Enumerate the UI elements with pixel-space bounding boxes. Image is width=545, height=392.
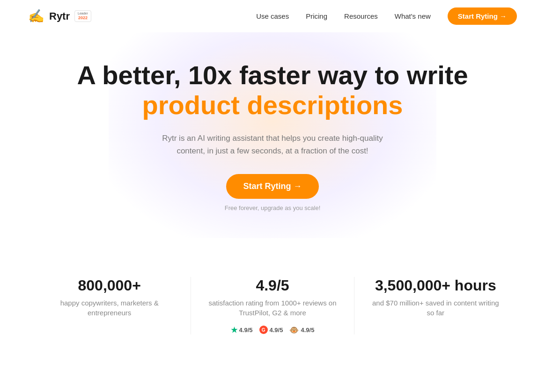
stat-label-users: happy copywriters, marketers & entrepren… (42, 298, 177, 318)
hero-subtitle: Rytr is an AI writing assistant that hel… (151, 132, 394, 157)
logo: ✍️ Rytr Leader 2022 (28, 8, 91, 24)
logo-text: Rytr (49, 10, 70, 22)
star-icon: ★ (231, 326, 237, 334)
nav-link-use-cases[interactable]: Use cases (256, 12, 289, 20)
g2-icon: G (259, 326, 268, 334)
nav-link-resources[interactable]: Resources (344, 12, 378, 20)
nav-item-whats-new[interactable]: What's new (395, 12, 431, 21)
leader-badge: Leader 2022 (74, 10, 91, 22)
logo-icon: ✍️ (28, 8, 44, 24)
nav-item-cta[interactable]: Start Ryting → (448, 7, 517, 25)
g2-value: 4.9/5 (270, 327, 283, 334)
badge-bottom-label: 2022 (78, 15, 88, 21)
hero-cta-button[interactable]: Start Ryting → (226, 174, 318, 199)
stat-number-rating: 4.9/5 (205, 277, 339, 294)
nav-link-pricing[interactable]: Pricing (306, 12, 327, 20)
trustpilot-rating: ★ 4.9/5 (231, 326, 253, 334)
nav-item-resources[interactable]: Resources (344, 12, 378, 21)
hero-title-highlight: product descriptions (19, 90, 526, 120)
stat-ratings-row: ★ 4.9/5 G 4.9/5 🐵 4.9/5 (205, 325, 339, 334)
stats-section: 800,000+ happy copywriters, marketers & … (0, 258, 545, 358)
trustpilot-value: 4.9/5 (239, 327, 253, 334)
badge-top-label: Leader (78, 12, 88, 15)
hero-section: A better, 10x faster way to write produc… (0, 32, 545, 249)
nav-links: Use cases Pricing Resources What's new S… (256, 7, 517, 25)
nav-cta-button[interactable]: Start Ryting → (448, 7, 517, 25)
stat-label-hours: and $70 million+ saved in content writin… (368, 298, 503, 318)
hero-title-line1: A better, 10x faster way to write (77, 60, 468, 90)
stat-number-hours: 3,500,000+ hours (368, 277, 503, 294)
stat-item-rating: 4.9/5 satisfaction rating from 1000+ rev… (191, 277, 354, 334)
nav-link-whats-new[interactable]: What's new (395, 12, 431, 20)
g2-rating: G 4.9/5 (259, 326, 283, 334)
hero-content: A better, 10x faster way to write produc… (19, 60, 526, 211)
nav-item-use-cases[interactable]: Use cases (256, 12, 289, 21)
navbar: ✍️ Rytr Leader 2022 Use cases Pricing Re… (0, 0, 545, 32)
stat-label-rating: satisfaction rating from 1000+ reviews o… (205, 298, 339, 318)
hero-title: A better, 10x faster way to write produc… (19, 60, 526, 121)
capterra-rating: 🐵 4.9/5 (289, 325, 314, 334)
stat-item-users: 800,000+ happy copywriters, marketers & … (28, 277, 191, 334)
capterra-value: 4.9/5 (301, 327, 314, 334)
hero-cta-sub: Free forever, upgrade as you scale! (19, 204, 526, 211)
capterra-icon: 🐵 (289, 325, 299, 334)
stat-item-hours: 3,500,000+ hours and $70 million+ saved … (354, 277, 517, 334)
nav-item-pricing[interactable]: Pricing (306, 12, 327, 21)
stat-number-users: 800,000+ (42, 277, 177, 294)
